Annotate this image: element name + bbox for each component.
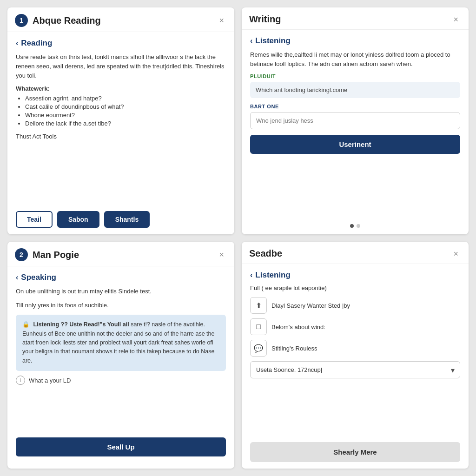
list-item: Whone eourment?: [25, 112, 226, 119]
section-header: ‹ Listening: [250, 271, 460, 280]
back-chevron-icon[interactable]: ‹: [250, 37, 252, 45]
answer-input[interactable]: [250, 112, 460, 129]
panel-writing: Writing × ‹ Listening Remes wille the,ea…: [242, 7, 469, 234]
list-item: Cast calile of doundinpbous of what?: [25, 103, 226, 110]
dot-1: [350, 224, 354, 228]
list-item: Deliore the lack if the a.set tlbe?: [25, 120, 226, 127]
button-row: Teail Sabon Shantls: [16, 211, 226, 228]
option-row-2: □ Belom's about wind:: [250, 318, 460, 335]
back-chevron-icon[interactable]: ‹: [16, 273, 18, 282]
lock-icon: 🔒: [22, 321, 30, 328]
option-text-3: Stitling's Rouless: [271, 345, 317, 352]
panel-body: ‹ Listening Remes wille the,ealfted li m…: [242, 30, 469, 234]
pagination-dots: [250, 224, 460, 228]
green-label: PLUIDUIT: [250, 73, 460, 79]
panel-title: Man Pogie: [33, 250, 212, 260]
option-text-2: Belom's about wind:: [271, 324, 325, 331]
checkbox-icon[interactable]: □: [250, 318, 267, 335]
shantls-button[interactable]: Shantls: [104, 211, 150, 228]
section-title: Listening: [255, 36, 291, 46]
section-header: ‹ Reading: [16, 39, 226, 48]
panel-title: Abque Reading: [33, 15, 212, 26]
action-label: Thust Act Tools: [16, 133, 226, 140]
body-text: Usre reade task on thris test, tonklt ma…: [16, 53, 226, 80]
section-title: Speaking: [21, 273, 56, 282]
panel-header-speaking: 2 Man Pogie ×: [7, 242, 234, 266]
close-button[interactable]: ×: [450, 14, 461, 25]
step-number: i: [16, 376, 25, 385]
full-text: Full ( ee arapile lot eapontie): [250, 284, 460, 291]
panel-header-reading: 1 Abque Reading ×: [7, 7, 234, 32]
back-chevron-icon[interactable]: ‹: [250, 271, 252, 279]
panel-title: Writing: [249, 14, 450, 25]
list-item: Assestion agrint, and hatpe?: [25, 95, 226, 102]
sub-label: Whatewerk:: [16, 85, 226, 92]
section-header: ‹ Listening: [250, 36, 460, 46]
body-text-2: Till nnly yres in its foos of suchible.: [16, 301, 226, 310]
userinment-button[interactable]: Userinent: [250, 135, 460, 154]
panel-abque-reading: 1 Abque Reading × ‹ Reading Usre reade t…: [7, 7, 234, 234]
section-title: Reading: [21, 39, 52, 48]
panel-body: ‹ Reading Usre reade task on thris test,…: [7, 32, 234, 234]
panel-seadbe: Seadbe × ‹ Listening Full ( ee arapile l…: [242, 242, 469, 469]
section-title: Listening: [255, 271, 291, 280]
info-box: 🔒 Listening ?? Uste Read!"s Youll ail sa…: [16, 315, 226, 371]
shearly-mere-button[interactable]: Shearly Mere: [250, 442, 460, 462]
sabon-button[interactable]: Sabon: [57, 211, 99, 228]
input-display: Which ant londting tarickingl.come: [250, 82, 460, 98]
teail-button[interactable]: Teail: [16, 211, 53, 228]
step-label: i What a your LD: [16, 376, 226, 385]
blue-label: BART ONE: [250, 104, 460, 109]
panel-header-seadbe: Seadbe ×: [242, 242, 469, 264]
select-wrapper: Useta Soonce. 172ncup| ▾: [250, 361, 460, 378]
panel-number: 2: [15, 248, 28, 261]
bullet-list: Assestion agrint, and hatpe? Cast calile…: [16, 95, 226, 128]
panel-body: ‹ Speaking On ube unlithing is out trun …: [7, 266, 234, 469]
close-button[interactable]: ×: [450, 249, 461, 259]
close-button[interactable]: ×: [216, 250, 227, 260]
panel-man-pogie: 2 Man Pogie × ‹ Speaking On ube unlithin…: [7, 242, 234, 469]
option-text-1: Dlayl Sasery Wanter Sted |by: [271, 302, 350, 309]
option-row-3: 💬 Stitling's Rouless: [250, 340, 460, 357]
upload-icon[interactable]: ⬆: [250, 297, 267, 314]
close-button[interactable]: ×: [216, 15, 227, 26]
dot-2: [357, 224, 360, 228]
body-text: Remes wille the,ealfted li met may or lo…: [250, 50, 460, 69]
seall-up-button[interactable]: Seall Up: [16, 437, 226, 456]
body-text-1: On ube unlithing is out trun mtay elltis…: [16, 287, 226, 296]
option-row-1: ⬆ Dlayl Sasery Wanter Sted |by: [250, 297, 460, 314]
back-chevron-icon[interactable]: ‹: [16, 39, 18, 47]
chat-icon[interactable]: 💬: [250, 340, 267, 357]
panel-header-writing: Writing ×: [242, 7, 469, 30]
panel-title: Seadbe: [249, 248, 450, 259]
section-header: ‹ Speaking: [16, 273, 226, 282]
source-select[interactable]: Useta Soonce. 172ncup|: [250, 361, 460, 378]
info-box-strong: Listening ?? Uste Read!"s Youll ail: [33, 321, 129, 328]
step-text: What a your LD: [29, 377, 71, 384]
panel-number: 1: [15, 14, 28, 27]
panel-body: ‹ Listening Full ( ee arapile lot eapont…: [242, 264, 469, 469]
